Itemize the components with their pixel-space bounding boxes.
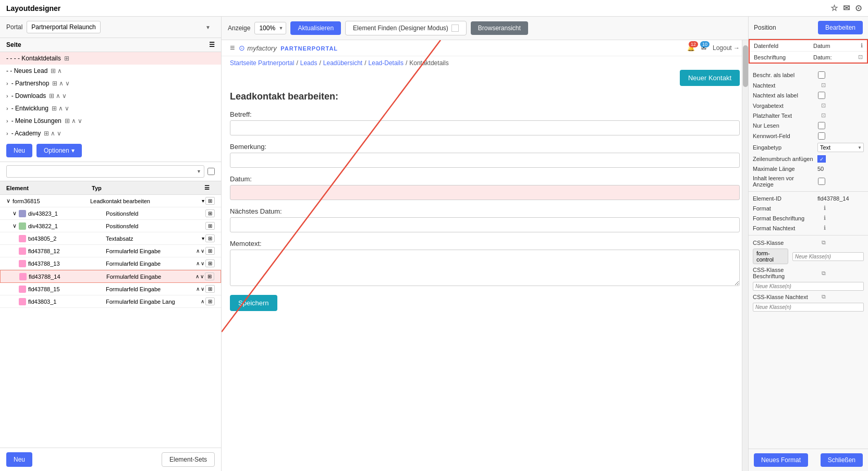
expand-icon[interactable]: › (6, 80, 8, 86)
breadcrumb-lead-details[interactable]: Lead-Details (369, 59, 404, 67)
neu-bottom-button[interactable]: Neu (6, 452, 32, 467)
seite-item-meine-loesungen[interactable]: › - Meine Lösungen ⊞ ∧ ∨ (0, 115, 221, 127)
neuer-kontakt-button[interactable]: Neuer Kontakt (680, 70, 740, 86)
add-icon[interactable]: ⊞ (49, 92, 54, 100)
seite-item-downloads[interactable]: › - Downloads ⊞ ∧ ∨ (0, 90, 221, 102)
row-btn[interactable]: ⊞ (205, 197, 215, 205)
up-icon[interactable]: ∧ (57, 67, 62, 75)
add-icon[interactable]: ⊞ (52, 105, 57, 112)
up-icon[interactable]: ∧ (71, 117, 76, 125)
row-btn[interactable]: ⊞ (205, 259, 215, 267)
up-icon[interactable]: ∧ (195, 274, 199, 279)
expand-icon[interactable]: › (6, 105, 8, 111)
seite-item-neues-lead[interactable]: - - Neues Lead ⊞ ∧ (0, 65, 221, 77)
css-tag-form-control[interactable]: form-control (753, 249, 788, 264)
chevron-down-icon[interactable]: ▾ (202, 198, 204, 204)
expand-icon[interactable]: › (6, 130, 8, 137)
css-beschriftung-input[interactable] (753, 282, 864, 291)
expand-icon[interactable]: ∨ (13, 210, 17, 217)
element-row-fld43788-13[interactable]: fld43788_13 Formularfeld Eingabe ∧ ∨ ⊞ (0, 257, 221, 270)
settings-icon[interactable]: ⊙ (855, 3, 862, 13)
filter-checkbox[interactable] (207, 168, 215, 175)
textarea-memotext[interactable] (230, 250, 740, 286)
down-icon[interactable]: ∨ (65, 80, 70, 87)
input-datum[interactable] (230, 185, 740, 200)
filter-select[interactable] (6, 165, 204, 178)
eingabetyp-select[interactable]: Text (817, 143, 864, 152)
down-icon[interactable]: ∨ (65, 105, 69, 112)
info-icon-datenfeld[interactable]: ℹ (854, 42, 863, 49)
speichern-button[interactable]: Speichern (230, 295, 277, 311)
checkbox-zeilenumbruch-checked[interactable] (817, 155, 826, 163)
down-icon[interactable]: ∨ (201, 286, 204, 292)
logout-link[interactable]: Logout → (713, 44, 740, 52)
checkbox-beschr-label[interactable] (817, 71, 826, 79)
browseransicht-button[interactable]: Browseransicht (471, 21, 528, 35)
checkbox-nachtext-label[interactable] (817, 92, 826, 99)
element-row-div43822[interactable]: ∨ div43822_1 Positionsfeld ⊞ (0, 220, 221, 232)
copy-icon[interactable]: ⧉ (817, 270, 826, 277)
seite-menu-icon[interactable]: ☰ (209, 41, 215, 48)
expand-icon[interactable]: ∨ (6, 197, 10, 204)
add-icon[interactable]: ⊞ (52, 80, 57, 87)
down-icon[interactable]: ∨ (201, 261, 204, 266)
mail-icon[interactable]: ✉ (843, 3, 850, 13)
bearbeiten-button[interactable]: Bearbeiten (818, 21, 863, 34)
optionen-button[interactable]: Optionen ▾ (36, 144, 82, 157)
add-icon[interactable]: ⊞ (65, 117, 70, 125)
row-btn[interactable]: ⊞ (205, 234, 215, 242)
element-row-fld43788-15[interactable]: fld43788_15 Formularfeld Eingabe ∧ ∨ ⊞ (0, 283, 221, 295)
up-icon[interactable]: ∧ (56, 92, 60, 100)
up-icon[interactable]: ∧ (196, 248, 200, 254)
css-nachtext-input[interactable] (753, 303, 864, 312)
translate-icon[interactable]: ⊡ (817, 102, 826, 109)
translate-icon[interactable]: ⊡ (817, 112, 826, 119)
copy-icon[interactable]: ⧉ (817, 239, 826, 246)
down-icon[interactable]: ∨ (201, 248, 204, 254)
row-btn[interactable]: ⊞ (205, 222, 215, 230)
expand-icon[interactable]: › (6, 118, 8, 124)
element-row-form36815[interactable]: ∨ form36815 Leadkontakt bearbeiten ▾ ⊞ (0, 195, 221, 207)
checkbox-inhalt-leeren[interactable] (817, 178, 826, 185)
add-icon[interactable]: ⊞ (64, 55, 69, 62)
email-notification[interactable]: ✉ 10 (701, 44, 706, 52)
checkbox-kennwort[interactable] (817, 132, 826, 140)
scrollbar-thumb[interactable] (743, 45, 748, 87)
up-icon[interactable]: ∧ (59, 80, 64, 87)
zoom-select[interactable]: 100% (254, 22, 286, 34)
info-icon[interactable]: ℹ (817, 215, 826, 221)
translate-icon-beschriftung[interactable]: ⊡ (854, 54, 863, 60)
star-icon[interactable]: ☆ (830, 3, 838, 13)
neu-button[interactable]: Neu (6, 144, 32, 157)
breadcrumb-startseite[interactable]: Startseite Partnerportal (230, 59, 294, 67)
down-icon[interactable]: ∨ (57, 130, 62, 137)
element-row-fld43788-12[interactable]: fld43788_12 Formularfeld Eingabe ∧ ∨ ⊞ (0, 245, 221, 257)
element-finden-button[interactable]: Element Finden (Designer Modus) (345, 21, 467, 35)
translate-icon[interactable]: ⊡ (817, 82, 826, 89)
aktualisieren-button[interactable]: Aktualisieren (290, 21, 341, 35)
css-klasse-input[interactable] (792, 252, 864, 261)
row-btn[interactable]: ⊞ (205, 272, 214, 280)
element-row-fld43788-14[interactable]: fld43788_14 Formularfeld Eingabe ∧ ∨ ⊞ (0, 270, 221, 283)
up-icon[interactable]: ∧ (196, 261, 200, 266)
scrollbar-track[interactable] (742, 40, 748, 471)
input-naechstes-datum[interactable] (230, 217, 740, 232)
seite-item-kontaktdetails[interactable]: - - - - Kontaktdetails ⊞ (0, 52, 221, 65)
up-icon[interactable]: ∧ (51, 130, 55, 137)
info-icon[interactable]: ℹ (817, 225, 826, 231)
input-betreff[interactable] (230, 120, 740, 135)
breadcrumb-leads[interactable]: Leads (300, 59, 317, 67)
seite-item-academy[interactable]: › - Academy ⊞ ∧ ∨ (0, 127, 221, 140)
element-row-div43823[interactable]: ∨ div43823_1 Positionsfeld ⊞ (0, 207, 221, 220)
up-icon[interactable]: ∧ (201, 299, 204, 304)
seite-item-entwicklung[interactable]: › - Entwicklung ⊞ ∧ ∨ (0, 102, 221, 115)
row-btn[interactable]: ⊞ (205, 247, 215, 255)
schliessen-button[interactable]: Schließen (821, 453, 863, 467)
hamburger-icon[interactable]: ≡ (230, 43, 235, 53)
down-icon[interactable]: ∨ (200, 274, 204, 279)
seite-item-partnershop[interactable]: › - Partnershop ⊞ ∧ ∨ (0, 77, 221, 90)
expand-icon[interactable]: › (6, 93, 8, 99)
element-sets-button[interactable]: Element-Sets (162, 452, 215, 467)
row-btn[interactable]: ⊞ (205, 285, 215, 293)
up-icon[interactable]: ∧ (58, 105, 63, 112)
